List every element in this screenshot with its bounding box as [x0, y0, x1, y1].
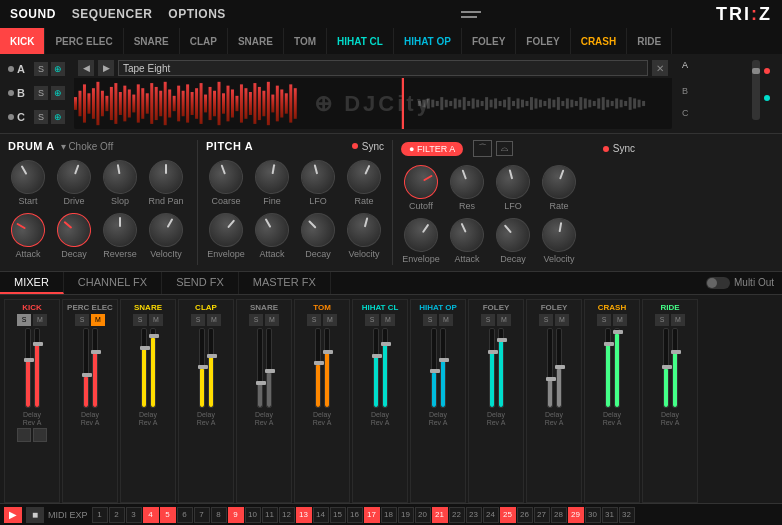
step-26[interactable]: 26 — [517, 507, 533, 523]
kick-pad2[interactable] — [33, 428, 47, 442]
step-32[interactable]: 32 — [619, 507, 635, 523]
hihat-op-fader2[interactable] — [440, 328, 446, 408]
kick-fader1[interactable] — [25, 328, 31, 408]
knob-cutoff-dial[interactable] — [398, 159, 444, 205]
foley2-fader2[interactable] — [556, 328, 562, 408]
tab-perc-elec[interactable]: PERC ELEC — [45, 28, 123, 54]
channel-kick-s[interactable]: S — [17, 314, 31, 326]
channel-clap-m[interactable]: M — [207, 314, 221, 326]
tom-fader2[interactable] — [324, 328, 330, 408]
knob-decay-dial[interactable] — [50, 206, 98, 254]
step-20[interactable]: 20 — [415, 507, 431, 523]
step-12[interactable]: 12 — [279, 507, 295, 523]
stop-button[interactable]: ■ — [26, 507, 44, 523]
kick-pad1[interactable] — [17, 428, 31, 442]
ride-fader2[interactable] — [672, 328, 678, 408]
step-18[interactable]: 18 — [381, 507, 397, 523]
channel-snare2-s[interactable]: S — [249, 314, 263, 326]
mixer-tab-send-fx[interactable]: SEND FX — [162, 272, 239, 294]
clap-fader2[interactable] — [208, 328, 214, 408]
ride-fader1[interactable] — [663, 328, 669, 408]
channel-tom-m[interactable]: M — [323, 314, 337, 326]
tom-fader1[interactable] — [315, 328, 321, 408]
step-28[interactable]: 28 — [551, 507, 567, 523]
perc-fader1[interactable] — [83, 328, 89, 408]
step-15[interactable]: 15 — [330, 507, 346, 523]
knob-decay-pitch-dial[interactable] — [294, 206, 342, 254]
knob-slop-dial[interactable] — [100, 157, 139, 196]
step-16[interactable]: 16 — [347, 507, 363, 523]
step-31[interactable]: 31 — [602, 507, 618, 523]
multi-out-toggle[interactable] — [706, 277, 730, 289]
step-10[interactable]: 10 — [245, 507, 261, 523]
step-2[interactable]: 2 — [109, 507, 125, 523]
step-4[interactable]: 4 — [143, 507, 159, 523]
step-22[interactable]: 22 — [449, 507, 465, 523]
tab-tom[interactable]: TOM — [284, 28, 327, 54]
filter-toggle[interactable]: ● FILTER A — [401, 142, 463, 156]
step-24[interactable]: 24 — [483, 507, 499, 523]
foley1-fader1[interactable] — [489, 328, 495, 408]
knob-rnd-pan-dial[interactable] — [149, 160, 183, 194]
step-19[interactable]: 19 — [398, 507, 414, 523]
knob-reverse-dial[interactable] — [103, 213, 137, 247]
hihat-op-fader1[interactable] — [431, 328, 437, 408]
clap-fader1[interactable] — [199, 328, 205, 408]
tab-foley2[interactable]: FOLEY — [516, 28, 570, 54]
step-27[interactable]: 27 — [534, 507, 550, 523]
mixer-tab-master-fx[interactable]: MASTER FX — [239, 272, 331, 294]
menu-sequencer[interactable]: SEQUENCER — [72, 7, 153, 21]
knob-attack-filter-dial[interactable] — [444, 212, 489, 257]
channel-tom-s[interactable]: S — [307, 314, 321, 326]
channel-crash-m[interactable]: M — [613, 314, 627, 326]
channel-clap-s[interactable]: S — [191, 314, 205, 326]
knob-coarse-dial[interactable] — [204, 155, 248, 199]
channel-kick-m[interactable]: M — [33, 314, 47, 326]
wf-prev[interactable]: ◀ — [78, 60, 94, 76]
mixer-tab-channel-fx[interactable]: CHANNEL FX — [64, 272, 162, 294]
track-c-link[interactable]: ⊕ — [51, 110, 65, 124]
step-17[interactable]: 17 — [364, 507, 380, 523]
knob-velocity-drum-dial[interactable] — [143, 207, 189, 253]
menu-options[interactable]: OPTIONS — [168, 7, 226, 21]
tab-ride[interactable]: RIDE — [627, 28, 672, 54]
tab-crash[interactable]: CRASH — [571, 28, 628, 54]
snare2-fader1[interactable] — [257, 328, 263, 408]
channel-snare1-m[interactable]: M — [149, 314, 163, 326]
filter-lp[interactable]: ⌒ — [473, 140, 492, 157]
step-29[interactable]: 29 — [568, 507, 584, 523]
knob-rate-pitch-dial[interactable] — [341, 154, 386, 199]
step-9[interactable]: 9 — [228, 507, 244, 523]
channel-perc-m[interactable]: M — [91, 314, 105, 326]
knob-fine-dial[interactable] — [252, 157, 291, 196]
knob-drive-dial[interactable] — [52, 155, 96, 199]
tab-kick[interactable]: KICK — [0, 28, 45, 54]
knob-envelope-filter-dial[interactable] — [397, 211, 444, 258]
channel-foley2-m[interactable]: M — [555, 314, 569, 326]
step-1[interactable]: 1 — [92, 507, 108, 523]
tab-hihat-op[interactable]: HIHAT OP — [394, 28, 462, 54]
tab-foley1[interactable]: FOLEY — [462, 28, 516, 54]
step-8[interactable]: 8 — [211, 507, 227, 523]
channel-foley2-s[interactable]: S — [539, 314, 553, 326]
hihat-cl-fader2[interactable] — [382, 328, 388, 408]
knob-velocity-filter-dial[interactable] — [539, 215, 578, 254]
foley2-fader1[interactable] — [547, 328, 553, 408]
knob-attack-dial[interactable] — [5, 207, 51, 253]
step-11[interactable]: 11 — [262, 507, 278, 523]
channel-ride-m[interactable]: M — [671, 314, 685, 326]
foley1-fader2[interactable] — [498, 328, 504, 408]
knob-lfo-pitch-dial[interactable] — [297, 156, 339, 198]
step-23[interactable]: 23 — [466, 507, 482, 523]
tab-clap[interactable]: CLAP — [180, 28, 228, 54]
tab-snare2[interactable]: SNARE — [228, 28, 284, 54]
wf-close[interactable]: ✕ — [652, 60, 668, 76]
channel-hihat-cl-m[interactable]: M — [381, 314, 395, 326]
knob-lfo-filter-dial[interactable] — [492, 161, 534, 203]
track-c-s[interactable]: S — [34, 110, 48, 124]
channel-crash-s[interactable]: S — [597, 314, 611, 326]
play-button[interactable]: ▶ — [4, 507, 22, 523]
knob-attack-pitch-dial[interactable] — [249, 207, 295, 253]
knob-velocity-pitch-dial[interactable] — [343, 209, 385, 251]
channel-ride-s[interactable]: S — [655, 314, 669, 326]
